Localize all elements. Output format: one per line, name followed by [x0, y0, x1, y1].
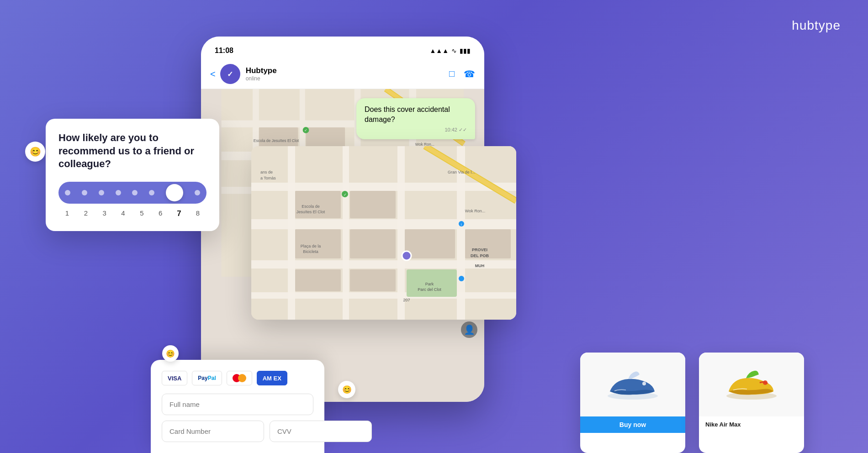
- svg-text:i: i: [461, 222, 462, 226]
- message-timestamp: 10:42 ✓✓: [365, 127, 467, 133]
- svg-text:DEL POB: DEL POB: [471, 253, 489, 258]
- nps-num-2[interactable]: 2: [79, 209, 93, 218]
- svg-rect-11: [350, 191, 396, 218]
- bot-icon-bottom: 😊: [338, 381, 355, 398]
- nps-num-7-selected[interactable]: 7: [172, 209, 186, 218]
- svg-text:Gran Via de l...: Gran Via de l...: [448, 170, 475, 174]
- nps-num-8[interactable]: 8: [191, 209, 205, 218]
- contact-name: Hubtype: [246, 66, 449, 75]
- nps-dot-4[interactable]: [116, 190, 121, 195]
- card-row: [162, 421, 313, 442]
- mastercard-badge[interactable]: [227, 371, 252, 385]
- shoe-image-2: [699, 353, 804, 416]
- card-number-input[interactable]: [162, 421, 264, 442]
- contact-status: online: [246, 75, 449, 82]
- paypal-badge[interactable]: PayPal: [192, 371, 222, 385]
- svg-rect-13: [405, 229, 455, 258]
- svg-text:Escola de Jesuïtes El Clot: Escola de Jesuïtes El Clot: [254, 138, 299, 143]
- svg-rect-12: [350, 229, 396, 258]
- shoe-info-2: Nike Air Max: [699, 416, 804, 432]
- signal-icon: ▲▲▲: [429, 47, 449, 54]
- svg-text:✓: ✓: [344, 193, 347, 197]
- svg-text:PROVEI: PROVEI: [472, 248, 487, 252]
- buy-now-button-1[interactable]: Buy now: [580, 416, 685, 433]
- phone-chat-header: < ✓ Hubtype online □ ☎: [201, 59, 484, 89]
- svg-text:a Tomàs: a Tomàs: [260, 176, 276, 180]
- contact-info: Hubtype online: [246, 66, 449, 82]
- shoe-name-2: Nike Air Max: [705, 421, 798, 428]
- bot-icon-left: 😊: [25, 142, 45, 162]
- nps-num-6[interactable]: 6: [153, 209, 167, 218]
- amex-badge[interactable]: AM EX: [257, 371, 287, 385]
- nps-num-1[interactable]: 1: [60, 209, 74, 218]
- contact-avatar: ✓: [220, 64, 240, 84]
- phone-status-bar: 11:08 ▲▲▲ ∿ ▮▮▮: [201, 37, 484, 59]
- svg-rect-14: [295, 269, 341, 291]
- svg-point-70: [763, 380, 767, 385]
- nps-question: How likely are you to recommend us to a …: [58, 132, 206, 171]
- cvv-input[interactable]: [270, 421, 372, 442]
- shoe-card-1: Buy now: [580, 353, 685, 453]
- svg-point-68: [642, 382, 646, 385]
- svg-rect-6: [343, 146, 349, 320]
- nps-num-5[interactable]: 5: [135, 209, 148, 218]
- nps-dot-8[interactable]: [195, 190, 200, 195]
- visa-badge[interactable]: VISA: [162, 371, 187, 385]
- svg-rect-5: [288, 146, 295, 320]
- nps-dot-2[interactable]: [82, 190, 87, 195]
- payment-methods: VISA PayPal AM EX: [162, 371, 313, 385]
- nps-numbers: 1 2 3 4 5 6 7 8: [58, 209, 206, 218]
- phone-time: 11:08: [215, 47, 233, 55]
- nps-card: How likely are you to recommend us to a …: [46, 119, 219, 231]
- back-button[interactable]: <: [210, 69, 216, 79]
- phone-status-icons: ▲▲▲ ∿ ▮▮▮: [429, 47, 471, 54]
- video-call-icon[interactable]: □: [449, 68, 455, 79]
- svg-text:MUH: MUH: [475, 263, 485, 268]
- wifi-icon: ∿: [451, 47, 457, 54]
- phone-call-icon[interactable]: ☎: [464, 68, 475, 79]
- header-actions: □ ☎: [449, 68, 475, 79]
- svg-point-35: [402, 251, 411, 260]
- nps-slider[interactable]: [58, 182, 206, 204]
- message-ticks: ✓✓: [459, 127, 467, 132]
- svg-text:Wok Ron...: Wok Ron...: [465, 209, 485, 213]
- outgoing-text: Does this cover accidental damage?: [365, 105, 467, 125]
- map-svg: Escola de Jesuïtes El Clot Plaça de la B…: [251, 146, 516, 320]
- svg-text:Bicicleta: Bicicleta: [303, 249, 318, 254]
- svg-point-38: [459, 276, 464, 281]
- user-avatar: 👤: [461, 321, 477, 338]
- svg-text:Parc del Clot: Parc del Clot: [418, 287, 441, 292]
- svg-text:ans de: ans de: [260, 170, 273, 174]
- svg-text:207: 207: [403, 298, 410, 302]
- svg-text:Escola de: Escola de: [302, 204, 320, 209]
- nps-dot-7-active[interactable]: [166, 184, 183, 201]
- battery-icon: ▮▮▮: [460, 47, 471, 54]
- nps-num-4[interactable]: 4: [116, 209, 130, 218]
- payment-card: VISA PayPal AM EX: [151, 360, 324, 453]
- svg-text:Park: Park: [425, 282, 434, 286]
- svg-rect-7: [397, 146, 405, 320]
- shoe-card-2: Nike Air Max: [699, 353, 804, 453]
- nps-dot-1[interactable]: [65, 190, 70, 195]
- nps-dot-6[interactable]: [149, 190, 154, 195]
- shoe-image-1: [580, 353, 685, 416]
- nps-num-3[interactable]: 3: [98, 209, 111, 218]
- nps-dot-5[interactable]: [132, 190, 138, 195]
- bot-icon-mid: 😊: [162, 345, 179, 362]
- nps-dot-3[interactable]: [99, 190, 104, 195]
- map-card: Escola de Jesuïtes El Clot Plaça de la B…: [251, 146, 516, 320]
- svg-text:Plaça de la: Plaça de la: [301, 244, 321, 248]
- full-name-input[interactable]: [162, 394, 313, 415]
- svg-text:✓: ✓: [304, 128, 307, 132]
- svg-rect-15: [350, 269, 396, 291]
- hubtype-logo: hubtype: [792, 18, 841, 33]
- svg-text:Jesuïtes El Clot: Jesuïtes El Clot: [296, 210, 325, 214]
- outgoing-bubble: Does this cover accidental damage? 10:42…: [356, 98, 475, 139]
